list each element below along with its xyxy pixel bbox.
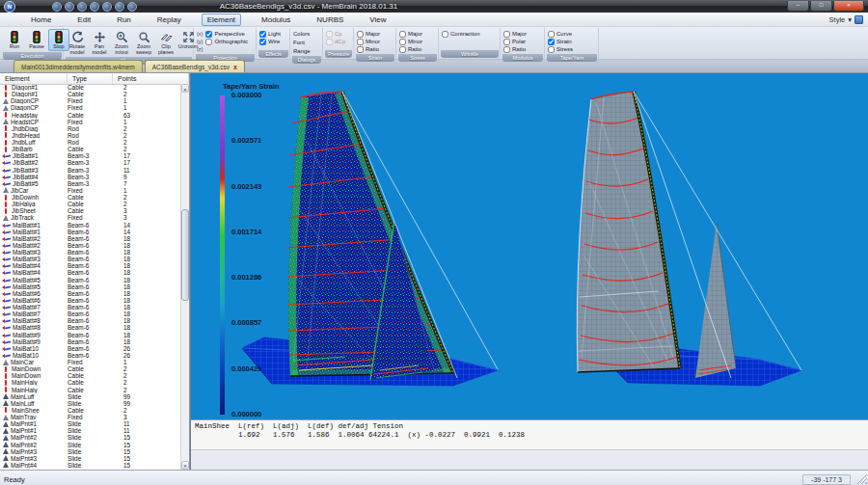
table-row[interactable]: DiagonCPFixed1 bbox=[0, 97, 180, 104]
colors-button[interactable]: Colors bbox=[293, 31, 311, 38]
table-row[interactable]: MaiBatt#3Beam-618 bbox=[0, 249, 180, 256]
tape-yarn-stress-checkbox-input[interactable] bbox=[548, 46, 555, 53]
tape-yarn-strain-checkbox[interactable]: Strain bbox=[548, 39, 573, 45]
table-row[interactable]: MaiBatt#7Beam-618 bbox=[0, 310, 180, 317]
table-row[interactable]: JibDownhCable2 bbox=[0, 194, 180, 201]
table-row[interactable]: JibBatt#1Beam-317 bbox=[0, 152, 180, 159]
table-row[interactable]: MaiPnt#1Slide11 bbox=[0, 420, 180, 427]
menu-view[interactable]: View bbox=[364, 13, 392, 26]
circle-icon[interactable] bbox=[52, 2, 62, 12]
resize-grip-icon[interactable] bbox=[856, 473, 867, 484]
style-menu-button[interactable]: Style bbox=[829, 15, 846, 24]
style-caret-icon[interactable]: ▾ bbox=[848, 15, 852, 24]
font-button[interactable]: Font bbox=[293, 40, 311, 46]
stress-minor-checkbox[interactable]: Minor bbox=[399, 39, 422, 45]
strain-minor-checkbox-input[interactable] bbox=[357, 39, 364, 45]
strain-ratio-checkbox-input[interactable] bbox=[357, 46, 364, 53]
effects-wire-checkbox-input[interactable] bbox=[259, 39, 266, 45]
tape-yarn-strain-checkbox-input[interactable] bbox=[548, 39, 555, 45]
table-row[interactable]: MaiBatt#8Beam-618 bbox=[0, 324, 180, 331]
modulus-major-checkbox-input[interactable] bbox=[503, 31, 510, 38]
tab-main0013dimeddensitymedmfits-w4mem[interactable]: Main0013dimeddensitymedmfits.w4mem bbox=[14, 60, 143, 72]
clip-planes-button[interactable]: Clip planes bbox=[155, 29, 176, 56]
3d-viewport[interactable]: Tape/Yarn Strain 0.0030000.0025710.00214… bbox=[191, 73, 868, 419]
table-row[interactable]: MaiBatt#1Beam-614 bbox=[0, 229, 180, 235]
pause-button[interactable]: Pause bbox=[26, 29, 47, 51]
strain-ratio-checkbox[interactable]: Ratio bbox=[357, 46, 380, 53]
table-row[interactable]: JhdbHeadRod2 bbox=[0, 132, 180, 139]
table-row[interactable]: MaiPnt#3Slide15 bbox=[0, 448, 180, 455]
table-row[interactable]: MainTravFixed3 bbox=[0, 414, 180, 420]
circle-icon[interactable] bbox=[102, 2, 112, 12]
table-row[interactable]: HeadstCPFixed1 bbox=[0, 119, 180, 125]
table-row[interactable]: Diagon#1Cable2 bbox=[0, 91, 180, 97]
table-row[interactable]: Diagon#1Cable2 bbox=[0, 84, 180, 91]
table-row[interactable]: JhdbDiagRod2 bbox=[0, 125, 180, 132]
tab-ac36basebendigs-v3d-csv[interactable]: AC36BaseBendigs_v3d.csvx bbox=[145, 60, 245, 72]
table-row[interactable]: JibBatt#5Beam-37 bbox=[0, 180, 180, 187]
strain-major-checkbox[interactable]: Major bbox=[357, 31, 380, 38]
table-row[interactable]: JhdbLuffRod2 bbox=[0, 139, 180, 146]
table-row[interactable]: MainDownCable2 bbox=[0, 372, 180, 379]
table-row[interactable]: JibBatt#3Beam-311 bbox=[0, 167, 180, 174]
pressure-dcp-checkbox-input[interactable] bbox=[326, 39, 333, 45]
circle-icon[interactable] bbox=[90, 2, 99, 12]
strain-minor-checkbox[interactable]: Minor bbox=[357, 39, 380, 45]
table-row[interactable]: MainCarFixed1 bbox=[0, 359, 180, 365]
circle-icon[interactable] bbox=[65, 2, 74, 12]
menu-home[interactable]: Home bbox=[25, 13, 57, 26]
wrinkle-contraction-checkbox[interactable]: Contraction bbox=[442, 31, 480, 38]
table-row[interactable]: JibBarbCable2 bbox=[0, 146, 180, 152]
tab-close-icon[interactable]: x bbox=[233, 64, 237, 70]
menu-run[interactable]: Run bbox=[111, 13, 137, 26]
table-row[interactable]: JibBatt#4Beam-39 bbox=[0, 174, 180, 180]
table-row[interactable]: JibBatt#2Beam-317 bbox=[0, 159, 180, 166]
tape-yarn-stress-checkbox[interactable]: Stress bbox=[548, 46, 573, 53]
circle-icon[interactable] bbox=[77, 2, 87, 12]
menu-modulus[interactable]: Modulus bbox=[256, 13, 296, 26]
scroll-down-icon[interactable]: ▼ bbox=[181, 461, 189, 470]
strain-major-checkbox-input[interactable] bbox=[357, 31, 364, 38]
table-row[interactable]: MainSheeCable2 bbox=[0, 407, 180, 414]
table-row[interactable]: MaiPnt#2Slide15 bbox=[0, 434, 180, 441]
rotate-model-button[interactable]: Rotate model bbox=[67, 29, 88, 56]
stress-minor-checkbox-input[interactable] bbox=[399, 39, 406, 45]
table-row[interactable]: MaiBatt#5Beam-618 bbox=[0, 277, 180, 283]
tape-yarn-curve-checkbox-input[interactable] bbox=[548, 31, 555, 38]
table-row[interactable]: MainDownCable2 bbox=[0, 365, 180, 372]
pressure-dcp-checkbox[interactable]: dCp bbox=[326, 39, 345, 45]
pressure-cp-checkbox-input[interactable] bbox=[326, 31, 333, 38]
minimize-button[interactable]: – bbox=[787, 1, 809, 12]
stress-major-checkbox-input[interactable] bbox=[399, 31, 406, 38]
table-row[interactable]: MaiBatt#2Beam-618 bbox=[0, 242, 180, 249]
pan-model-button[interactable]: Pan model bbox=[89, 29, 110, 56]
range-button[interactable]: Range bbox=[293, 48, 311, 55]
column-header-points[interactable]: Points bbox=[113, 73, 189, 84]
close-button[interactable]: × bbox=[833, 1, 864, 12]
table-row[interactable]: MaiPnt#1Slide11 bbox=[0, 427, 180, 434]
table-row[interactable]: HeadstayCable63 bbox=[0, 112, 180, 119]
projection-perspective-checkbox-input[interactable] bbox=[205, 31, 212, 38]
circle-icon[interactable] bbox=[127, 2, 137, 12]
table-row[interactable]: JibCarFixed1 bbox=[0, 187, 180, 194]
menu-element[interactable]: Element bbox=[202, 13, 241, 26]
table-row[interactable]: MainHalyCable2 bbox=[0, 387, 180, 393]
ribbon-style-icon[interactable] bbox=[854, 15, 863, 24]
projection-perspective-checkbox[interactable]: Perspective bbox=[205, 31, 248, 38]
circle-icon[interactable] bbox=[115, 2, 124, 12]
table-row[interactable]: MaiBatt#3Beam-618 bbox=[0, 256, 180, 262]
effects-light-checkbox[interactable]: Light bbox=[259, 31, 281, 38]
projection-orthographic-checkbox[interactable]: Orthographic bbox=[205, 39, 248, 45]
table-row[interactable]: MaiBatt#4Beam-618 bbox=[0, 262, 180, 269]
pressure-cp-checkbox[interactable]: Cp bbox=[326, 31, 345, 38]
table-row[interactable]: JibTrackFixed3 bbox=[0, 214, 180, 221]
table-row[interactable]: MaiBatt#8Beam-618 bbox=[0, 317, 180, 324]
projection-orthographic-checkbox-input[interactable] bbox=[205, 39, 212, 45]
table-row[interactable]: MaiBatt#2Beam-618 bbox=[0, 235, 180, 242]
modulus-ratio-checkbox-input[interactable] bbox=[503, 46, 510, 53]
table-scrollbar[interactable]: ▲ ▼ bbox=[180, 84, 189, 470]
table-row[interactable]: MaiPnt#4Slide15 bbox=[0, 462, 180, 469]
column-header-element[interactable]: Element bbox=[0, 73, 68, 84]
table-row[interactable]: JibSheetCable3 bbox=[0, 207, 180, 214]
table-row[interactable]: MaiBat10Beam-626 bbox=[0, 345, 180, 352]
